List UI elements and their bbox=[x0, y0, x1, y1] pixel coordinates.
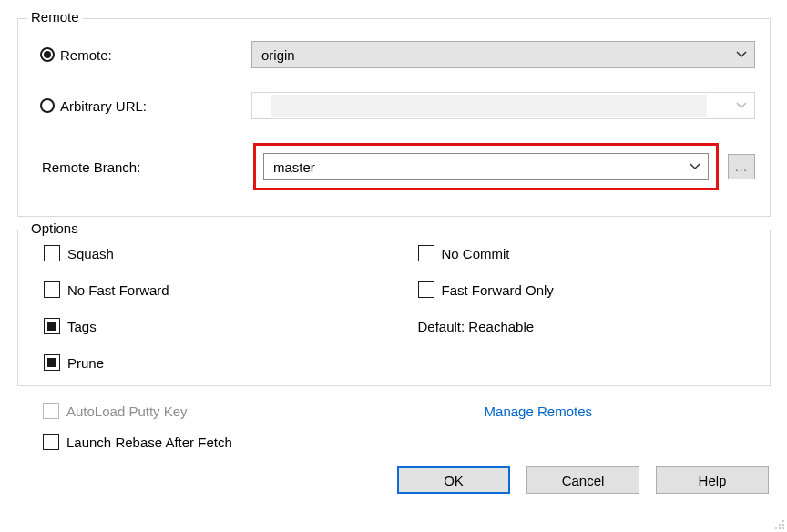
remote-branch-highlight: master bbox=[253, 143, 719, 190]
cancel-button[interactable]: Cancel bbox=[526, 466, 639, 494]
remote-radio-label: Remote: bbox=[60, 47, 112, 63]
no-fast-forward-label: No Fast Forward bbox=[67, 282, 169, 298]
no-fast-forward-checkbox[interactable] bbox=[44, 281, 60, 298]
svg-point-2 bbox=[782, 524, 784, 526]
no-commit-label: No Commit bbox=[442, 246, 510, 261]
remote-legend: Remote bbox=[27, 9, 83, 25]
arbitrary-url-radio[interactable] bbox=[40, 98, 55, 113]
prune-checkbox[interactable] bbox=[44, 354, 60, 371]
resize-grip-icon[interactable] bbox=[772, 517, 785, 530]
arbitrary-url-combobox bbox=[251, 92, 755, 119]
autoload-putty-label: AutoLoad Putty Key bbox=[66, 404, 188, 419]
tags-row: Tags bbox=[44, 316, 382, 336]
svg-point-1 bbox=[779, 524, 781, 526]
remote-branch-label: Remote Branch: bbox=[42, 159, 140, 175]
no-commit-checkbox[interactable] bbox=[418, 245, 434, 261]
options-groupbox: Options Squash No Fast Forward Tags Prun bbox=[17, 230, 771, 386]
prune-row: Prune bbox=[44, 353, 382, 373]
arbitrary-url-row: Arbitrary URL: bbox=[40, 92, 755, 119]
launch-rebase-checkbox[interactable] bbox=[43, 434, 59, 450]
manage-remotes-link[interactable]: Manage Remotes bbox=[485, 404, 592, 419]
fast-forward-only-label: Fast Forward Only bbox=[442, 282, 554, 298]
svg-point-3 bbox=[775, 527, 777, 529]
default-row: Default: Reachable bbox=[418, 316, 756, 336]
chevron-down-icon bbox=[736, 102, 747, 109]
remote-combobox[interactable]: origin bbox=[251, 41, 755, 68]
remote-branch-combobox[interactable]: master bbox=[263, 153, 709, 180]
autoload-row: AutoLoad Putty Key Manage Remotes bbox=[43, 401, 756, 421]
options-left-column: Squash No Fast Forward Tags Prune bbox=[44, 243, 382, 373]
ff-only-row: Fast Forward Only bbox=[418, 280, 756, 300]
squash-checkbox[interactable] bbox=[44, 245, 60, 261]
ok-button[interactable]: OK bbox=[397, 466, 510, 494]
remote-branch-more-button[interactable]: ... bbox=[728, 154, 755, 179]
bottom-area: AutoLoad Putty Key Manage Remotes Launch… bbox=[17, 401, 771, 450]
squash-row: Squash bbox=[44, 243, 382, 263]
remote-row: Remote: origin bbox=[40, 41, 755, 68]
remote-branch-value: master bbox=[273, 159, 315, 175]
no-ff-row: No Fast Forward bbox=[44, 280, 382, 300]
arbitrary-url-radio-label: Arbitrary URL: bbox=[60, 98, 147, 114]
prune-label: Prune bbox=[67, 355, 104, 371]
svg-point-4 bbox=[779, 527, 781, 529]
remote-radio[interactable] bbox=[40, 47, 55, 62]
arbitrary-url-field bbox=[271, 95, 707, 117]
tags-label: Tags bbox=[67, 319, 97, 334]
tags-checkbox[interactable] bbox=[44, 318, 60, 334]
no-commit-row: No Commit bbox=[418, 243, 756, 263]
squash-label: Squash bbox=[67, 246, 114, 261]
options-legend: Options bbox=[27, 220, 82, 236]
default-reachable-text: Default: Reachable bbox=[418, 319, 535, 334]
remote-groupbox: Remote Remote: origin Arbitrary URL: bbox=[17, 18, 771, 217]
remote-combobox-value: origin bbox=[261, 47, 295, 63]
svg-point-5 bbox=[782, 527, 784, 529]
dialog-button-bar: OK Cancel Help bbox=[3, 466, 769, 494]
autoload-putty-checkbox bbox=[43, 403, 59, 419]
options-columns: Squash No Fast Forward Tags Prune bbox=[44, 243, 755, 373]
chevron-down-icon bbox=[736, 51, 747, 58]
help-button[interactable]: Help bbox=[656, 466, 769, 494]
fetch-dialog: Remote Remote: origin Arbitrary URL: bbox=[0, 0, 787, 532]
remote-branch-row: Remote Branch: master ... bbox=[40, 143, 755, 190]
chevron-down-icon bbox=[690, 163, 700, 170]
svg-point-0 bbox=[782, 520, 784, 522]
fast-forward-only-checkbox[interactable] bbox=[418, 281, 434, 298]
options-right-column: No Commit Fast Forward Only Default: Rea… bbox=[418, 243, 756, 373]
launch-rebase-label: Launch Rebase After Fetch bbox=[66, 435, 232, 450]
launch-rebase-row: Launch Rebase After Fetch bbox=[43, 434, 756, 450]
